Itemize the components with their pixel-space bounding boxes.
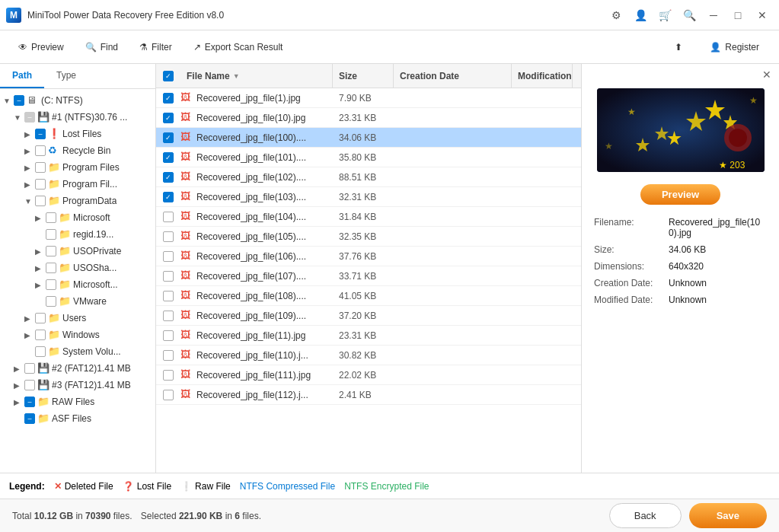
back-button[interactable]: Back bbox=[609, 503, 682, 528]
table-row[interactable]: ✓🖼Recovered_jpg_file(1).jpg7.90 KB bbox=[156, 88, 581, 108]
expand-icon[interactable]: ▶ bbox=[35, 247, 46, 256]
tree-item-vmware[interactable]: 📁 VMware bbox=[0, 293, 155, 310]
row-checkbox-box[interactable] bbox=[163, 330, 174, 341]
table-row[interactable]: 🖼Recovered_jpg_file(105)....32.35 KB bbox=[156, 227, 581, 247]
cart-title-btn[interactable]: 🛒 bbox=[654, 5, 675, 26]
tree-checkbox[interactable] bbox=[35, 162, 46, 173]
tree-item-program2[interactable]: ▶ 📁 Program Fil... bbox=[0, 176, 155, 193]
preview-action-btn[interactable]: Preview bbox=[640, 184, 720, 205]
row-checkbox-box[interactable]: ✓ bbox=[163, 132, 174, 143]
expand-icon[interactable]: ▶ bbox=[24, 331, 35, 339]
register-btn[interactable]: 👤 Register bbox=[699, 37, 770, 57]
table-row[interactable]: ✓🖼Recovered_jpg_file(10).jpg23.31 KB bbox=[156, 108, 581, 128]
row-checkbox-box[interactable] bbox=[163, 212, 174, 222]
expand-icon[interactable]: ▶ bbox=[14, 365, 24, 373]
row-checkbox-box[interactable] bbox=[163, 231, 174, 242]
tree-checkbox[interactable]: – bbox=[14, 95, 24, 106]
table-row[interactable]: 🖼Recovered_jpg_file(104)....31.84 KB bbox=[156, 207, 581, 227]
row-checkbox-box[interactable]: ✓ bbox=[163, 152, 174, 163]
minimize-btn[interactable]: ─ bbox=[703, 5, 724, 26]
col-header-creation-date[interactable]: Creation Date bbox=[394, 64, 512, 88]
preview-close-btn[interactable]: ✕ bbox=[758, 67, 776, 82]
tree-checkbox[interactable] bbox=[35, 145, 46, 156]
table-row[interactable]: ✓🖼Recovered_jpg_file(103)....32.31 KB bbox=[156, 187, 581, 207]
select-all-checkbox[interactable]: ✓ bbox=[163, 71, 174, 81]
tree-item-lost[interactable]: ▶ – ❗ Lost Files bbox=[0, 126, 155, 142]
tree-checkbox[interactable] bbox=[35, 196, 46, 206]
col-header-size[interactable]: Size bbox=[333, 64, 394, 88]
table-row[interactable]: 🖼Recovered_jpg_file(109)....37.20 KB bbox=[156, 306, 581, 326]
row-checkbox-box[interactable] bbox=[163, 251, 174, 262]
tree-item-sysvol[interactable]: 📁 System Volu... bbox=[0, 343, 155, 360]
tree-item-rawfiles[interactable]: ▶ – 📁 RAW Files bbox=[0, 393, 155, 410]
export-btn[interactable]: ↗ Export Scan Result bbox=[184, 37, 292, 57]
tree-checkbox[interactable] bbox=[24, 380, 35, 390]
close-btn[interactable]: ✕ bbox=[752, 5, 773, 26]
tree-item-recycle[interactable]: ▶ ♻ Recycle Bin bbox=[0, 142, 155, 159]
tree-item-microsoft[interactable]: ▶ 📁 Microsoft bbox=[0, 209, 155, 226]
preview-btn[interactable]: 👁 Preview bbox=[9, 37, 73, 57]
row-checkbox-box[interactable] bbox=[163, 291, 174, 301]
row-checkbox-box[interactable]: ✓ bbox=[163, 192, 174, 202]
row-checkbox-box[interactable] bbox=[163, 271, 174, 282]
table-row[interactable]: 🖼Recovered_jpg_file(108)....41.05 KB bbox=[156, 286, 581, 306]
tree-item-ntfs1[interactable]: ▼ – 💾 #1 (NTFS)30.76 ... bbox=[0, 109, 155, 126]
search-title-btn[interactable]: 🔍 bbox=[678, 5, 700, 26]
expand-icon[interactable]: ▼ bbox=[14, 113, 24, 122]
expand-icon[interactable]: ▼ bbox=[3, 97, 14, 105]
row-checkbox-box[interactable]: ✓ bbox=[163, 172, 174, 183]
maximize-btn[interactable]: □ bbox=[727, 5, 749, 26]
table-row[interactable]: 🖼Recovered_jpg_file(112).j...2.41 KB bbox=[156, 385, 581, 405]
tree-item-regid[interactable]: 📁 regid.19... bbox=[0, 226, 155, 243]
row-checkbox-box[interactable] bbox=[163, 350, 174, 361]
tree-item-usoprivate[interactable]: ▶ 📁 USOPrivate bbox=[0, 243, 155, 260]
col-header-modification[interactable]: Modification bbox=[512, 64, 573, 88]
tree-item-users[interactable]: ▶ 📁 Users bbox=[0, 310, 155, 327]
table-row[interactable]: ✓🖼Recovered_jpg_file(101)....35.80 KB bbox=[156, 148, 581, 167]
expand-icon[interactable]: ▶ bbox=[24, 314, 35, 323]
tree-item-microsoft2[interactable]: ▶ 📁 Microsoft... bbox=[0, 276, 155, 293]
save-button[interactable]: Save bbox=[689, 503, 767, 528]
filter-btn[interactable]: ⚗ Filter bbox=[130, 37, 181, 57]
table-row[interactable]: 🖼Recovered_jpg_file(111).jpg22.02 KB bbox=[156, 365, 581, 385]
expand-icon[interactable]: ▶ bbox=[35, 214, 46, 222]
find-btn[interactable]: 🔍 Find bbox=[76, 37, 127, 57]
tree-checkbox[interactable] bbox=[35, 313, 46, 323]
settings-title-btn[interactable]: ⚙ bbox=[605, 5, 627, 26]
tree-item-fat2[interactable]: ▶ 💾 #2 (FAT12)1.41 MB bbox=[0, 360, 155, 377]
tree-item-usosha[interactable]: ▶ 📁 USOSha... bbox=[0, 260, 155, 276]
tree-item-root[interactable]: ▼ – 🖥 (C: NTFS) bbox=[0, 92, 155, 109]
col-header-filename[interactable]: File Name ▼ bbox=[180, 64, 333, 88]
tree-checkbox[interactable] bbox=[46, 279, 56, 290]
expand-icon[interactable]: ▶ bbox=[35, 264, 46, 272]
tree-item-program1[interactable]: ▶ 📁 Program Files bbox=[0, 159, 155, 176]
tree-item-windows[interactable]: ▶ 📁 Windows bbox=[0, 327, 155, 343]
tree-checkbox[interactable] bbox=[46, 263, 56, 273]
tree-checkbox[interactable] bbox=[46, 212, 56, 223]
expand-icon[interactable]: ▶ bbox=[24, 180, 35, 189]
tree-checkbox[interactable] bbox=[35, 179, 46, 190]
user-title-btn[interactable]: 👤 bbox=[630, 5, 651, 26]
expand-icon[interactable]: ▶ bbox=[14, 398, 24, 406]
tree-checkbox[interactable]: – bbox=[24, 112, 35, 123]
expand-icon[interactable]: ▶ bbox=[35, 281, 46, 289]
row-checkbox-box[interactable] bbox=[163, 370, 174, 381]
expand-icon[interactable]: ▼ bbox=[24, 197, 35, 205]
row-checkbox-box[interactable]: ✓ bbox=[163, 113, 174, 123]
tree-checkbox[interactable] bbox=[46, 296, 56, 307]
table-row[interactable]: 🖼Recovered_jpg_file(11).jpg23.31 KB bbox=[156, 326, 581, 346]
tree-checkbox[interactable] bbox=[35, 330, 46, 340]
tree-item-asffiles[interactable]: – 📁 ASF Files bbox=[0, 410, 155, 427]
table-row[interactable]: 🖼Recovered_jpg_file(107)....33.71 KB bbox=[156, 266, 581, 286]
table-row[interactable]: 🖼Recovered_jpg_file(106)....37.76 KB bbox=[156, 247, 581, 266]
tab-path[interactable]: Path bbox=[0, 64, 44, 88]
row-checkbox-box[interactable] bbox=[163, 390, 174, 400]
table-row[interactable]: ✓🖼Recovered_jpg_file(102)....88.51 KB bbox=[156, 167, 581, 187]
table-row[interactable]: 🖼Recovered_jpg_file(110).j...30.82 KB bbox=[156, 346, 581, 365]
row-checkbox-box[interactable] bbox=[163, 311, 174, 321]
upload-btn[interactable]: ⬆ bbox=[664, 37, 693, 57]
tree-checkbox[interactable] bbox=[35, 346, 46, 357]
expand-icon[interactable]: ▶ bbox=[24, 164, 35, 172]
tree-checkbox[interactable]: – bbox=[24, 397, 35, 407]
tree-item-fat3[interactable]: ▶ 💾 #3 (FAT12)1.41 MB bbox=[0, 377, 155, 393]
